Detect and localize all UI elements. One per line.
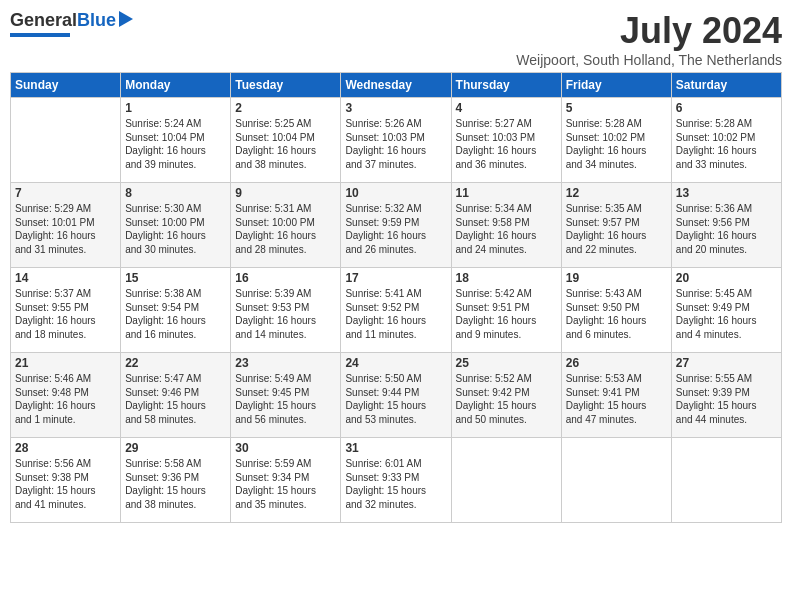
svg-marker-0 <box>119 11 133 27</box>
day-info: Sunrise: 5:41 AM Sunset: 9:52 PM Dayligh… <box>345 287 446 341</box>
calendar-cell: 3Sunrise: 5:26 AM Sunset: 10:03 PM Dayli… <box>341 98 451 183</box>
day-info: Sunrise: 5:28 AM Sunset: 10:02 PM Daylig… <box>676 117 777 171</box>
calendar-cell: 19Sunrise: 5:43 AM Sunset: 9:50 PM Dayli… <box>561 268 671 353</box>
logo-arrow-icon <box>119 11 133 27</box>
day-info: Sunrise: 5:32 AM Sunset: 9:59 PM Dayligh… <box>345 202 446 256</box>
calendar-cell <box>671 438 781 523</box>
day-info: Sunrise: 5:27 AM Sunset: 10:03 PM Daylig… <box>456 117 557 171</box>
day-info: Sunrise: 5:42 AM Sunset: 9:51 PM Dayligh… <box>456 287 557 341</box>
calendar-cell <box>451 438 561 523</box>
day-info: Sunrise: 5:59 AM Sunset: 9:34 PM Dayligh… <box>235 457 336 511</box>
day-number: 9 <box>235 186 336 200</box>
week-row-1: 1Sunrise: 5:24 AM Sunset: 10:04 PM Dayli… <box>11 98 782 183</box>
week-row-4: 21Sunrise: 5:46 AM Sunset: 9:48 PM Dayli… <box>11 353 782 438</box>
day-number: 6 <box>676 101 777 115</box>
col-header-saturday: Saturday <box>671 73 781 98</box>
day-number: 16 <box>235 271 336 285</box>
logo-blue-text: Blue <box>77 10 116 31</box>
col-header-sunday: Sunday <box>11 73 121 98</box>
day-info: Sunrise: 5:35 AM Sunset: 9:57 PM Dayligh… <box>566 202 667 256</box>
calendar-body: 1Sunrise: 5:24 AM Sunset: 10:04 PM Dayli… <box>11 98 782 523</box>
day-info: Sunrise: 5:47 AM Sunset: 9:46 PM Dayligh… <box>125 372 226 426</box>
col-header-thursday: Thursday <box>451 73 561 98</box>
calendar-cell: 26Sunrise: 5:53 AM Sunset: 9:41 PM Dayli… <box>561 353 671 438</box>
calendar-cell: 21Sunrise: 5:46 AM Sunset: 9:48 PM Dayli… <box>11 353 121 438</box>
calendar-cell: 9Sunrise: 5:31 AM Sunset: 10:00 PM Dayli… <box>231 183 341 268</box>
day-number: 10 <box>345 186 446 200</box>
week-row-3: 14Sunrise: 5:37 AM Sunset: 9:55 PM Dayli… <box>11 268 782 353</box>
day-number: 1 <box>125 101 226 115</box>
day-number: 22 <box>125 356 226 370</box>
day-number: 21 <box>15 356 116 370</box>
day-number: 28 <box>15 441 116 455</box>
calendar-cell: 29Sunrise: 5:58 AM Sunset: 9:36 PM Dayli… <box>121 438 231 523</box>
calendar-cell: 28Sunrise: 5:56 AM Sunset: 9:38 PM Dayli… <box>11 438 121 523</box>
week-row-2: 7Sunrise: 5:29 AM Sunset: 10:01 PM Dayli… <box>11 183 782 268</box>
day-number: 26 <box>566 356 667 370</box>
day-info: Sunrise: 5:38 AM Sunset: 9:54 PM Dayligh… <box>125 287 226 341</box>
day-number: 7 <box>15 186 116 200</box>
day-info: Sunrise: 5:46 AM Sunset: 9:48 PM Dayligh… <box>15 372 116 426</box>
day-info: Sunrise: 5:56 AM Sunset: 9:38 PM Dayligh… <box>15 457 116 511</box>
day-info: Sunrise: 5:43 AM Sunset: 9:50 PM Dayligh… <box>566 287 667 341</box>
calendar-cell: 4Sunrise: 5:27 AM Sunset: 10:03 PM Dayli… <box>451 98 561 183</box>
day-info: Sunrise: 6:01 AM Sunset: 9:33 PM Dayligh… <box>345 457 446 511</box>
day-info: Sunrise: 5:49 AM Sunset: 9:45 PM Dayligh… <box>235 372 336 426</box>
day-number: 2 <box>235 101 336 115</box>
day-info: Sunrise: 5:52 AM Sunset: 9:42 PM Dayligh… <box>456 372 557 426</box>
calendar-cell: 22Sunrise: 5:47 AM Sunset: 9:46 PM Dayli… <box>121 353 231 438</box>
day-number: 19 <box>566 271 667 285</box>
calendar-cell <box>561 438 671 523</box>
calendar-cell: 23Sunrise: 5:49 AM Sunset: 9:45 PM Dayli… <box>231 353 341 438</box>
day-number: 11 <box>456 186 557 200</box>
calendar-cell: 2Sunrise: 5:25 AM Sunset: 10:04 PM Dayli… <box>231 98 341 183</box>
calendar-cell: 14Sunrise: 5:37 AM Sunset: 9:55 PM Dayli… <box>11 268 121 353</box>
calendar-cell: 20Sunrise: 5:45 AM Sunset: 9:49 PM Dayli… <box>671 268 781 353</box>
day-info: Sunrise: 5:29 AM Sunset: 10:01 PM Daylig… <box>15 202 116 256</box>
day-info: Sunrise: 5:45 AM Sunset: 9:49 PM Dayligh… <box>676 287 777 341</box>
day-info: Sunrise: 5:53 AM Sunset: 9:41 PM Dayligh… <box>566 372 667 426</box>
day-info: Sunrise: 5:39 AM Sunset: 9:53 PM Dayligh… <box>235 287 336 341</box>
day-number: 4 <box>456 101 557 115</box>
calendar-cell <box>11 98 121 183</box>
week-row-5: 28Sunrise: 5:56 AM Sunset: 9:38 PM Dayli… <box>11 438 782 523</box>
calendar-cell: 5Sunrise: 5:28 AM Sunset: 10:02 PM Dayli… <box>561 98 671 183</box>
day-number: 23 <box>235 356 336 370</box>
col-header-friday: Friday <box>561 73 671 98</box>
day-info: Sunrise: 5:58 AM Sunset: 9:36 PM Dayligh… <box>125 457 226 511</box>
day-info: Sunrise: 5:26 AM Sunset: 10:03 PM Daylig… <box>345 117 446 171</box>
calendar-cell: 18Sunrise: 5:42 AM Sunset: 9:51 PM Dayli… <box>451 268 561 353</box>
day-number: 5 <box>566 101 667 115</box>
calendar-cell: 7Sunrise: 5:29 AM Sunset: 10:01 PM Dayli… <box>11 183 121 268</box>
calendar-cell: 15Sunrise: 5:38 AM Sunset: 9:54 PM Dayli… <box>121 268 231 353</box>
calendar-cell: 31Sunrise: 6:01 AM Sunset: 9:33 PM Dayli… <box>341 438 451 523</box>
day-info: Sunrise: 5:28 AM Sunset: 10:02 PM Daylig… <box>566 117 667 171</box>
day-number: 20 <box>676 271 777 285</box>
calendar-cell: 12Sunrise: 5:35 AM Sunset: 9:57 PM Dayli… <box>561 183 671 268</box>
calendar-cell: 1Sunrise: 5:24 AM Sunset: 10:04 PM Dayli… <box>121 98 231 183</box>
day-info: Sunrise: 5:55 AM Sunset: 9:39 PM Dayligh… <box>676 372 777 426</box>
calendar-cell: 30Sunrise: 5:59 AM Sunset: 9:34 PM Dayli… <box>231 438 341 523</box>
day-number: 12 <box>566 186 667 200</box>
day-number: 27 <box>676 356 777 370</box>
calendar-cell: 24Sunrise: 5:50 AM Sunset: 9:44 PM Dayli… <box>341 353 451 438</box>
col-header-monday: Monday <box>121 73 231 98</box>
calendar-cell: 17Sunrise: 5:41 AM Sunset: 9:52 PM Dayli… <box>341 268 451 353</box>
day-info: Sunrise: 5:25 AM Sunset: 10:04 PM Daylig… <box>235 117 336 171</box>
day-info: Sunrise: 5:34 AM Sunset: 9:58 PM Dayligh… <box>456 202 557 256</box>
calendar-cell: 11Sunrise: 5:34 AM Sunset: 9:58 PM Dayli… <box>451 183 561 268</box>
day-info: Sunrise: 5:50 AM Sunset: 9:44 PM Dayligh… <box>345 372 446 426</box>
calendar-cell: 10Sunrise: 5:32 AM Sunset: 9:59 PM Dayli… <box>341 183 451 268</box>
col-header-wednesday: Wednesday <box>341 73 451 98</box>
calendar-table: SundayMondayTuesdayWednesdayThursdayFrid… <box>10 72 782 523</box>
day-number: 8 <box>125 186 226 200</box>
logo-general-text: General <box>10 10 77 31</box>
day-number: 14 <box>15 271 116 285</box>
day-info: Sunrise: 5:31 AM Sunset: 10:00 PM Daylig… <box>235 202 336 256</box>
day-info: Sunrise: 5:36 AM Sunset: 9:56 PM Dayligh… <box>676 202 777 256</box>
title-block: July 2024 Weijpoort, South Holland, The … <box>516 10 782 68</box>
calendar-cell: 13Sunrise: 5:36 AM Sunset: 9:56 PM Dayli… <box>671 183 781 268</box>
calendar-cell: 8Sunrise: 5:30 AM Sunset: 10:00 PM Dayli… <box>121 183 231 268</box>
day-number: 31 <box>345 441 446 455</box>
calendar-cell: 27Sunrise: 5:55 AM Sunset: 9:39 PM Dayli… <box>671 353 781 438</box>
